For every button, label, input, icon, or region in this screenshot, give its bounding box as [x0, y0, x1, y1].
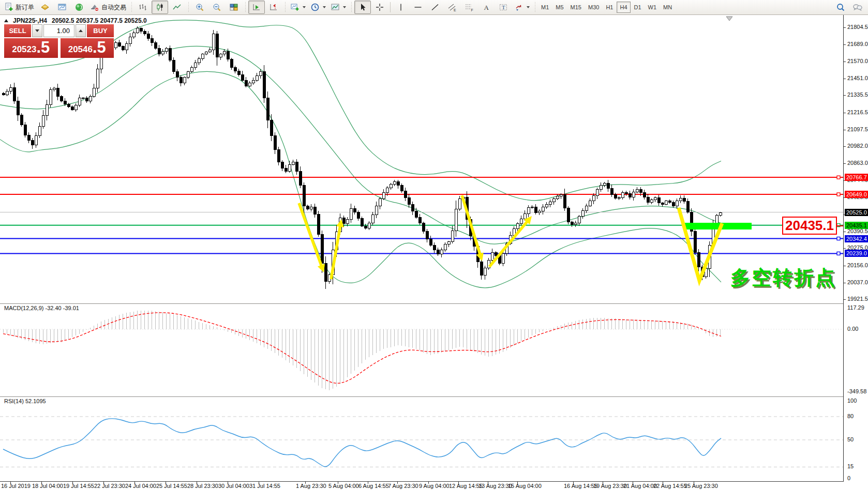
time-axis-label: 13 Aug 23:30 — [478, 483, 512, 489]
price-tick — [844, 163, 846, 164]
templates-dropdown[interactable] — [328, 1, 348, 14]
main-chart-canvas[interactable] — [0, 16, 843, 303]
price-tick — [844, 130, 846, 130]
bar-chart-button[interactable] — [134, 1, 151, 14]
new-chart-dropdown[interactable] — [288, 1, 308, 14]
svg-text:F: F — [471, 8, 473, 12]
rsi-axis-label: 80 — [847, 413, 854, 419]
line-chart-icon — [172, 3, 182, 12]
time-axis-label: 24 Jul 04:00 — [125, 483, 156, 489]
new-order-button[interactable]: 新订单 — [2, 1, 36, 14]
price-axis-label: 21689.0 — [847, 41, 868, 47]
price-axis-label: 21804.5 — [847, 24, 868, 30]
cursor-tool-button[interactable] — [354, 1, 371, 14]
rsi-indicator-label: RSI(14) 52.1095 — [4, 398, 46, 404]
hline-anchor[interactable] — [837, 176, 840, 179]
search-button[interactable] — [832, 1, 849, 14]
volume-input[interactable] — [43, 24, 74, 37]
buy-price-display[interactable]: 20546.5 — [61, 38, 114, 58]
timeframe-button-w1[interactable]: W1 — [645, 2, 660, 13]
hline-anchor[interactable] — [837, 252, 840, 255]
sell-price-display[interactable]: 20523.5 — [4, 38, 58, 58]
chevron-down-icon — [303, 6, 306, 8]
time-axis-label: 15 Aug 04:00 — [508, 483, 542, 489]
price-axis-badge: 20342.4 — [845, 235, 868, 242]
volume-increase-button[interactable] — [76, 24, 86, 37]
timeframe-button-m15[interactable]: M15 — [567, 2, 585, 13]
rsi-axis-label: 0 — [847, 475, 850, 481]
horizontal-line-icon — [413, 3, 423, 12]
chat-button[interactable] — [849, 1, 866, 14]
crosshair-tool-button[interactable] — [371, 1, 388, 14]
toolbar-grip — [187, 2, 189, 12]
toolbar-grip — [130, 2, 132, 12]
horizontal-line-tool[interactable] — [410, 1, 426, 14]
text-tool[interactable]: A — [478, 1, 495, 14]
chart-shift-marker[interactable] — [726, 17, 732, 21]
time-axis-label: 18 Jul 04:00 — [32, 483, 63, 489]
price-level-callout: 20435.1 — [782, 217, 837, 235]
price-axis-label: 21451.0 — [847, 75, 868, 81]
equidistant-channel-tool[interactable]: E — [444, 1, 460, 14]
zoom-out-button[interactable] — [208, 1, 225, 14]
price-axis-label: 20863.0 — [847, 160, 868, 166]
text-label-tool[interactable]: T — [495, 1, 512, 14]
macd-canvas[interactable] — [0, 304, 843, 396]
timeframe-button-m30[interactable]: M30 — [585, 2, 602, 13]
arrows-dropdown[interactable] — [512, 1, 532, 14]
price-tick — [844, 266, 846, 266]
tile-windows-button[interactable] — [226, 1, 242, 14]
chevron-down-icon — [343, 6, 346, 8]
volume-decrease-button[interactable] — [32, 24, 42, 37]
auto-scroll-button[interactable] — [248, 1, 265, 14]
new-chart-icon — [290, 3, 300, 12]
zoom-in-button[interactable] — [191, 1, 208, 14]
fibonacci-tool[interactable]: F — [461, 1, 477, 14]
chart-window-button[interactable] — [54, 1, 70, 14]
timeframe-button-mn[interactable]: MN — [660, 2, 675, 13]
candlestick-chart-icon — [155, 3, 164, 12]
time-axis[interactable]: 16 Jul 201918 Jul 04:0019 Jul 14:5522 Ju… — [0, 481, 844, 490]
sell-button[interactable]: SELL — [4, 24, 31, 37]
candlestick-chart-button[interactable] — [152, 1, 168, 14]
price-axis-label: 21335.5 — [847, 91, 868, 98]
macd-axis-label: -349.58 — [847, 388, 866, 394]
support-highlight-rect — [684, 223, 752, 229]
price-axis[interactable]: 21804.521689.021570.021451.021335.521216… — [843, 15, 868, 481]
price-axis-badge: 20239.0 — [845, 250, 868, 257]
hline-anchor[interactable] — [837, 193, 840, 196]
auto-trading-button[interactable]: 自动交易 — [88, 1, 128, 14]
chart-ohlc-values: 20502.5 20537.5 20477.5 20525.0 — [52, 17, 147, 24]
line-chart-button[interactable] — [169, 1, 185, 14]
price-axis-label: 20982.0 — [847, 143, 868, 149]
timeframe-button-m5[interactable]: M5 — [552, 2, 566, 13]
timeframe-button-d1[interactable]: D1 — [631, 2, 645, 13]
arrows-icon — [514, 3, 523, 12]
chart-shift-button[interactable] — [265, 1, 282, 14]
buy-button[interactable]: BUY — [87, 24, 114, 37]
time-axis-label: 5 Aug 04:00 — [328, 483, 359, 489]
timeframe-button-h1[interactable]: H1 — [603, 2, 616, 13]
hline-anchor[interactable] — [837, 237, 840, 240]
timeframe-button-m1[interactable]: M1 — [538, 2, 552, 13]
cursor-icon — [358, 3, 367, 12]
profiles-dropdown[interactable] — [308, 1, 328, 14]
one-click-panel-toggle[interactable] — [4, 19, 8, 22]
trendline-tool[interactable] — [427, 1, 443, 14]
time-axis-label: 22 Jul 23:30 — [94, 483, 125, 489]
chart-title: JPN225-,H4 20502.5 20537.5 20477.5 20525… — [4, 17, 147, 24]
search-icon — [836, 3, 845, 12]
timeframe-button-h4[interactable]: H4 — [617, 2, 630, 13]
price-tick — [844, 283, 846, 283]
auto-scroll-icon — [252, 3, 261, 12]
time-axis-label: 31 Jul 14:55 — [249, 483, 280, 489]
chart-shift-icon — [269, 3, 278, 12]
price-tick — [844, 79, 846, 79]
vertical-line-tool[interactable] — [393, 1, 409, 14]
macd-axis-label: 117.29 — [847, 304, 864, 311]
turning-point-annotation: 多空转折点 — [730, 265, 836, 291]
market-depth-button[interactable] — [37, 1, 53, 14]
time-axis-label: 19 Jul 14:55 — [63, 483, 94, 489]
sounds-button[interactable] — [71, 1, 87, 14]
rsi-canvas[interactable] — [0, 397, 843, 481]
